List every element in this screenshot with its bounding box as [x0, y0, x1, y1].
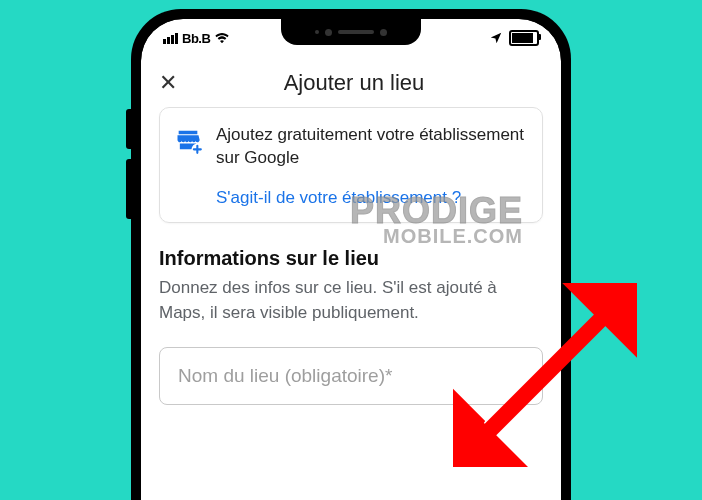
business-promo-card: Ajoutez gratuitement votre établissement…	[159, 107, 543, 223]
promo-card-link[interactable]: S'agit-il de votre établissement ?	[174, 188, 528, 208]
storefront-icon	[174, 126, 202, 158]
battery-icon	[509, 30, 539, 46]
location-icon	[489, 31, 503, 45]
promo-card-text: Ajoutez gratuitement votre établissement…	[216, 124, 528, 170]
title-bar: ✕ Ajouter un lieu	[159, 59, 543, 107]
phone-side-button	[126, 159, 131, 219]
place-name-field[interactable]	[159, 347, 543, 405]
wifi-icon	[214, 32, 230, 44]
phone-notch	[281, 19, 421, 45]
signal-icon	[163, 33, 178, 44]
phone-side-button	[126, 109, 131, 149]
phone-frame: Bb.B ✕ Ajouter un	[131, 9, 571, 500]
carrier-label: Bb.B	[182, 31, 210, 46]
screen: Bb.B ✕ Ajouter un	[141, 19, 561, 500]
place-name-input[interactable]	[176, 364, 526, 388]
section-title: Informations sur le lieu	[159, 247, 543, 270]
section-description: Donnez des infos sur ce lieu. S'il est a…	[159, 276, 543, 325]
page-title: Ajouter un lieu	[177, 70, 531, 96]
